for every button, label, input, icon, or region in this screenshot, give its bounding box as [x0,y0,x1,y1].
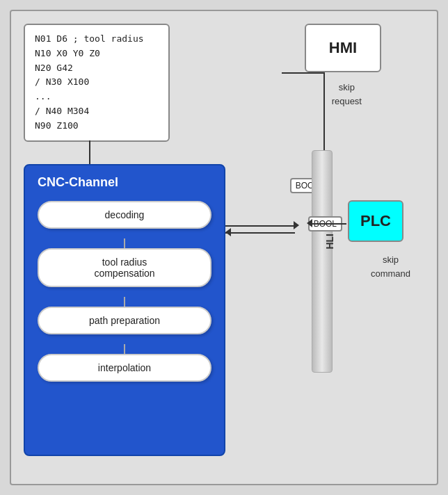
code-line-7: N90 Z100 [35,119,159,133]
hli-bar [312,150,333,373]
main-diagram: N01 D6 ; tool radius N10 X0 Y0 Z0 N20 G4… [10,10,438,485]
arrow-hli-left [225,228,231,236]
code-line-6: / N40 M304 [35,104,159,119]
code-line-3: N20 G42 [35,61,159,76]
code-line-1: N01 D6 ; tool radius [35,32,159,47]
code-line-2: N10 X0 Y0 Z0 [35,47,159,61]
arrow-decoding-to-hli-line [225,225,295,227]
hli-label: HLI [324,234,335,250]
cnc-block-decoding: decoding [38,201,211,229]
code-line-5: ... [35,90,159,104]
skip-request-label: skiprequest [332,81,362,108]
cnc-block-interpolation: interpolation [38,354,211,382]
connector-1 [124,238,125,248]
arrow-decoding-right [294,221,299,229]
arrow-plc-left [307,219,312,227]
hmi-box: HMI [305,24,381,72]
plc-label: PLC [360,212,391,230]
skip-command-label: skipcommand [371,253,410,280]
code-block: N01 D6 ; tool radius N10 X0 Y0 Z0 N20 G4… [24,24,170,142]
plc-box: PLC [348,200,403,242]
cnc-block-path-prep: path preparation [38,307,211,334]
arrow-hli-to-decoding-line [225,232,295,234]
cnc-block-tool-radius: tool radiuscompensation [38,248,211,287]
line-hmi-horizontal [282,72,325,74]
connector-2 [124,297,125,307]
cnc-channel: CNC-Channel decoding tool radiuscompensa… [24,164,225,456]
connector-3 [124,344,125,354]
line-plc-to-bool [312,223,346,225]
cnc-channel-title: CNC-Channel [38,175,211,190]
code-line-4: / N30 X100 [35,75,159,90]
hmi-label: HMI [329,39,357,57]
arrow-code-to-cnc [89,140,90,165]
